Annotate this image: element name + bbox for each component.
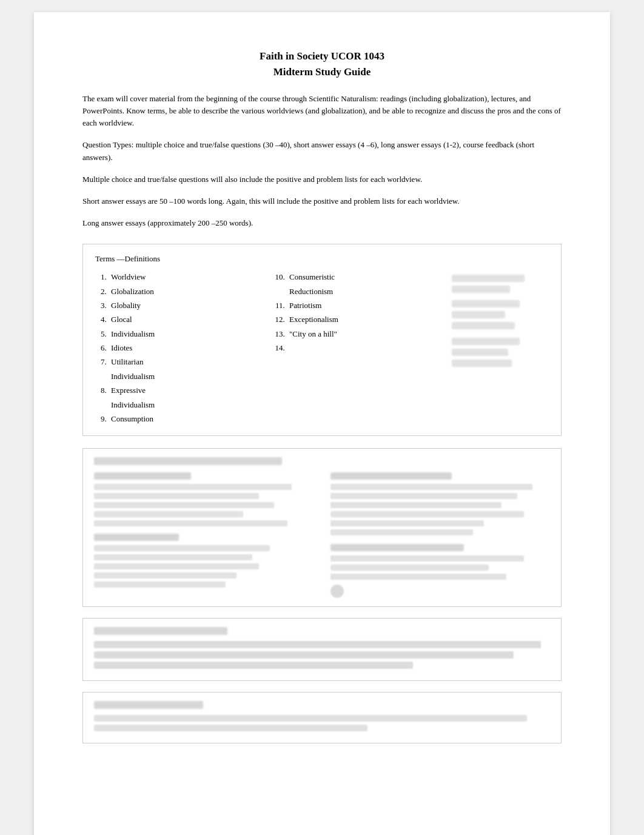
blurred-section-1 xyxy=(82,448,562,607)
title-section: Faith in Society UCOR 1043 Midterm Study… xyxy=(82,49,562,79)
list-item: Individualism xyxy=(109,327,249,341)
list-item: Idiotes xyxy=(109,341,249,355)
page-title: Faith in Society UCOR 1043 Midterm Study… xyxy=(82,49,562,79)
terms-col-3-blurred xyxy=(452,270,549,426)
list-item: ConsumeristicReductionism xyxy=(287,270,428,298)
topic-section-1 xyxy=(82,618,562,681)
list-item: Patriotism xyxy=(287,298,428,312)
last-section xyxy=(82,692,562,743)
page: Faith in Society UCOR 1043 Midterm Study… xyxy=(34,12,610,835)
terms-heading: Terms —Definitions xyxy=(95,254,549,264)
list-item: Glocal xyxy=(109,312,249,326)
blurred-col-right-1 xyxy=(330,472,550,598)
intro-paragraph: The exam will cover material from the be… xyxy=(82,93,562,129)
long-answer-note: Long answer essays (approximately 200 –2… xyxy=(82,217,562,229)
short-answer-note: Short answer essays are 50 –100 words lo… xyxy=(82,195,562,207)
list-item: UtilitarianIndividualism xyxy=(109,355,249,383)
terms-col-1: Worldview Globalization Globality Glocal… xyxy=(95,270,249,426)
list-item: "City on a hill" xyxy=(287,327,428,341)
multiple-choice-note: Multiple choice and true/false questions… xyxy=(82,173,562,186)
terms-section: Terms —Definitions Worldview Globalizati… xyxy=(82,244,562,436)
list-item: Globalization xyxy=(109,284,249,298)
terms-columns: Worldview Globalization Globality Glocal… xyxy=(95,270,549,426)
blurred-col-left-1 xyxy=(94,472,314,598)
list-item xyxy=(287,341,428,355)
list-item: Globality xyxy=(109,298,249,312)
blurred-two-col-1 xyxy=(94,472,550,598)
list-item: Worldview xyxy=(109,270,249,284)
list-item: ExpressiveIndividualism xyxy=(109,383,249,412)
question-types-paragraph: Question Types: multiple choice and true… xyxy=(82,139,562,163)
terms-col-2: ConsumeristicReductionism Patriotism Exc… xyxy=(273,270,428,426)
list-item: Consumption xyxy=(109,412,249,426)
list-item: Exceptionalism xyxy=(287,312,428,326)
